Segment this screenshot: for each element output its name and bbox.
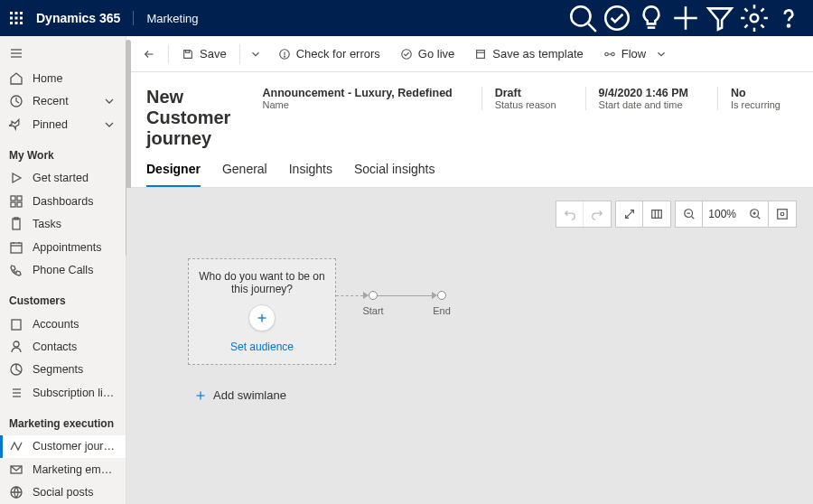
sidebar-item-phone-calls[interactable]: Phone Calls [0,258,126,281]
sidebar-item-appointments[interactable]: Appointments [0,236,126,258]
search-icon[interactable] [567,0,598,36]
svg-marker-22 [13,173,21,182]
svg-rect-4 [15,17,18,20]
command-label: Flow [621,47,646,61]
header-value: Draft [495,87,556,99]
flow-button[interactable]: Flow [596,36,675,72]
lightbulb-icon[interactable] [636,0,667,36]
redo-button[interactable] [584,201,611,228]
zoom-in-button[interactable] [742,201,769,228]
sidebar-item-contacts[interactable]: Contacts [0,335,126,358]
sidebar-item-label: Marketing emails [33,463,117,476]
header-field-start[interactable]: 9/4/2020 1:46 PMStart date and time [585,87,701,110]
sidebar-item-label: Dashboards [33,195,93,208]
home-icon [9,71,23,86]
header-value: 9/4/2020 1:46 PM [599,87,688,99]
brand-label[interactable]: Dynamics 365 [36,11,134,25]
command-label: Save [200,47,227,61]
sidebar-item-accounts[interactable]: Accounts [0,313,126,335]
set-audience-link[interactable]: Set audience [230,341,294,353]
sidebar-item-home[interactable]: Home [0,67,126,89]
settings-icon[interactable] [739,0,770,36]
zoom-out-button[interactable] [676,201,703,228]
tab-general[interactable]: General [222,162,267,187]
tab-social-insights[interactable]: Social insights [354,162,435,187]
sidebar-item-recent[interactable]: Recent [0,90,126,113]
tab-insights[interactable]: Insights [289,162,332,187]
add-swimlane-button[interactable]: Add swimlane [195,388,797,402]
sidebar-group-mywork: My Work [0,136,126,167]
sidebar-item-get-started[interactable]: Get started [0,167,126,190]
command-label: Check for errors [296,47,380,61]
sidebar-item-subscription-lists[interactable]: Subscription lists [0,381,126,404]
tab-designer[interactable]: Designer [146,162,201,187]
sidebar-item-tasks[interactable]: Tasks [0,212,126,235]
svg-rect-1 [15,12,18,14]
undo-button[interactable] [556,201,584,228]
svg-point-52 [612,52,615,56]
task-check-icon[interactable] [602,0,632,36]
flow-line: Start End [336,291,446,300]
svg-rect-44 [185,50,189,52]
sidebar: Home Recent Pinned My Work Get started D… [0,36,126,504]
header-value: Announcement - Luxury, Redefined [263,87,453,99]
back-button[interactable] [136,36,163,72]
svg-point-36 [14,341,19,347]
hamburger-icon[interactable] [9,46,23,61]
svg-rect-8 [20,22,23,24]
go-live-button[interactable]: Go live [393,36,462,72]
sidebar-item-customer-journeys[interactable]: Customer journeys [0,435,126,458]
sidebar-item-label: Contacts [33,341,77,353]
sidebar-item-label: Pinned [33,118,68,131]
fit-button[interactable] [769,201,796,228]
sidebar-item-social-posts[interactable]: Social posts [0,481,126,504]
area-label[interactable]: Marketing [146,12,198,25]
svg-rect-23 [11,196,15,201]
sidebar-item-marketing-emails[interactable]: Marketing emails [0,458,126,481]
add-swimlane-label: Add swimlane [213,388,286,402]
header-field-recurring[interactable]: NoIs recurring [717,87,793,110]
start-node[interactable]: Start [369,291,378,300]
save-split-chevron[interactable] [246,36,266,72]
calendar-icon [9,240,23,255]
svg-line-10 [588,23,596,32]
phone-icon [9,263,23,277]
check-errors-button[interactable]: Check for errors [271,36,388,72]
svg-rect-24 [17,196,22,201]
mail-icon [9,462,23,477]
map-button[interactable] [643,201,670,228]
sidebar-item-label: Tasks [33,218,61,230]
help-icon[interactable] [773,0,804,36]
svg-rect-3 [10,17,13,20]
waffle-icon[interactable] [9,11,23,25]
svg-line-59 [691,217,694,219]
sidebar-item-segments[interactable]: Segments [0,359,126,381]
plus-icon[interactable] [670,0,701,36]
segments-icon [9,362,23,377]
building-icon [9,317,23,331]
save-button[interactable]: Save [174,36,234,72]
header-label: Is recurring [731,99,780,110]
filter-icon[interactable] [705,0,735,36]
end-node[interactable]: End [437,291,446,300]
audience-placeholder[interactable]: Who do you want to be on this journey? S… [188,258,336,365]
chevron-down-icon [102,117,117,132]
header-field-name[interactable]: Announcement - Luxury, RedefinedName [263,87,465,110]
sidebar-item-label: Segments [33,363,83,376]
svg-rect-2 [20,12,23,14]
content-area: Save Check for errors Go live Save as te… [126,36,813,504]
audience-question: Who do you want to be on this journey? [196,270,328,295]
sidebar-item-dashboards[interactable]: Dashboards [0,190,126,212]
clock-icon [9,94,23,108]
start-label: Start [362,305,383,316]
header-fields: Announcement - Luxury, RedefinedName Dra… [263,87,793,110]
expand-button[interactable] [616,201,643,228]
save-as-template-button[interactable]: Save as template [467,36,590,72]
zoom-level: 100% [703,208,742,220]
sidebar-item-label: Home [33,72,62,85]
sidebar-item-label: Phone Calls [33,264,93,276]
add-audience-button[interactable] [248,304,276,331]
header-field-status[interactable]: DraftStatus reason [481,87,569,110]
designer-canvas[interactable]: 100% Who do you want to be on this journ… [126,188,813,504]
sidebar-item-pinned[interactable]: Pinned [0,113,126,135]
